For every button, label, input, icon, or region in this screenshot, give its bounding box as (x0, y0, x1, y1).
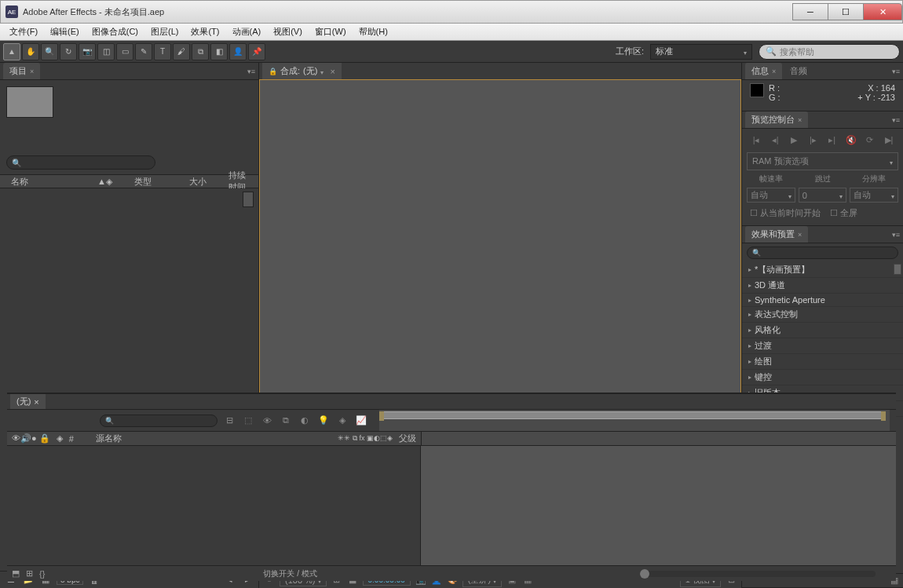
effects-item[interactable]: ▸*【动画预置】 (742, 262, 903, 278)
eraser-tool[interactable]: ◧ (210, 43, 228, 60)
effects-item[interactable]: ▸Synthetic Aperture (742, 294, 903, 307)
pen-tool[interactable]: ✎ (135, 43, 152, 60)
menu-animation[interactable]: 动画(A) (226, 24, 268, 40)
col-type[interactable]: 类型 (123, 176, 178, 188)
close-icon[interactable]: × (34, 397, 38, 407)
index-col[interactable]: # (69, 434, 74, 444)
switches-icons[interactable]: ✳✳ ⧉ fx ▣◐⬚◈ (338, 434, 393, 443)
minimize-button[interactable]: ─ (792, 3, 828, 20)
auto-keyframe-icon[interactable]: ◈ (335, 414, 349, 428)
brush-tool[interactable]: 🖌 (173, 43, 190, 60)
camera-tool[interactable]: 📷 (79, 43, 96, 60)
hide-shy-icon[interactable]: 👁 (260, 414, 274, 428)
timeline-brackets-icon[interactable]: {} (39, 569, 45, 579)
timeline-tab[interactable]: (无)× (10, 394, 46, 409)
zoom-handle[interactable] (640, 569, 649, 579)
skip-dropdown[interactable]: 0 (799, 188, 847, 203)
col-size[interactable]: 大小 (178, 176, 218, 188)
loop-button[interactable]: ⟳ (863, 133, 877, 146)
workspace-dropdown[interactable]: 标准 (650, 44, 752, 60)
close-icon[interactable]: × (330, 67, 335, 76)
close-icon[interactable]: × (798, 231, 802, 239)
chevron-down-icon[interactable] (320, 67, 324, 76)
comp-mini-flowchart-icon[interactable]: ⊟ (222, 414, 236, 428)
project-search[interactable]: 🔍 (6, 155, 155, 170)
effects-item[interactable]: ▸过渡 (742, 338, 903, 354)
effects-item[interactable]: ▸风格化 (742, 323, 903, 338)
ram-preview-button[interactable]: ▶| (882, 133, 896, 146)
rotate-tool[interactable]: ↻ (60, 43, 77, 60)
panel-menu-icon[interactable]: ▾≡ (892, 116, 900, 124)
effects-item[interactable]: ▸键控 (742, 370, 903, 385)
fps-dropdown[interactable]: 自动 (747, 188, 795, 203)
panel-menu-icon[interactable]: ▾≡ (892, 68, 900, 75)
timeline-layer-area[interactable] (7, 446, 421, 565)
mute-button[interactable]: 🔇 (844, 133, 858, 146)
label-icon[interactable]: ▲◈ (86, 177, 123, 187)
clone-tool[interactable]: ⧉ (192, 43, 209, 60)
info-tab[interactable]: 信息× (745, 63, 782, 79)
puppet-tool[interactable]: 📌 (248, 43, 265, 60)
menu-file[interactable]: 文件(F) (3, 24, 44, 40)
menu-window[interactable]: 窗口(W) (309, 24, 353, 40)
ram-preview-options[interactable]: RAM 预演选项 (747, 152, 898, 170)
comp-tab[interactable]: 🔒 合成: (无) × (262, 63, 342, 79)
close-icon[interactable]: × (30, 68, 34, 75)
hand-tool[interactable]: ✋ (22, 43, 39, 60)
draft-3d-icon[interactable]: ⬚ (241, 414, 255, 428)
timeline-toggle2-icon[interactable]: ⊞ (26, 568, 33, 579)
label-col-icon[interactable]: ◈ (57, 433, 63, 444)
from-current-checkbox[interactable]: 从当前时间开始 (750, 207, 821, 219)
flowchart-icon[interactable] (243, 192, 254, 207)
timeline-ruler[interactable] (379, 410, 890, 432)
play-button[interactable]: ▶ (787, 133, 801, 146)
frame-blend-icon[interactable]: ⧉ (279, 414, 293, 428)
next-frame-button[interactable]: |▸ (806, 133, 820, 146)
panel-menu-icon[interactable]: ▾≡ (247, 68, 255, 75)
selection-tool[interactable]: ▲ (3, 43, 20, 60)
effects-tab[interactable]: 效果和预置× (745, 226, 808, 243)
menu-help[interactable]: 帮助(H) (353, 24, 394, 40)
last-frame-button[interactable]: ▸| (825, 133, 839, 146)
scrollbar-thumb[interactable] (894, 264, 901, 275)
pan-behind-tool[interactable]: ◫ (97, 43, 115, 60)
menu-view[interactable]: 视图(V) (267, 24, 309, 40)
toggle-switches-button[interactable]: 切换开关 / 模式 (263, 568, 316, 579)
text-tool[interactable]: T (154, 43, 171, 60)
effects-search[interactable]: 🔍 (747, 247, 898, 259)
graph-editor-icon[interactable]: 📈 (354, 414, 368, 428)
brainstorm-icon[interactable]: 💡 (316, 414, 331, 428)
effects-item[interactable]: ▸表达式控制 (742, 307, 903, 323)
rect-tool[interactable]: ▭ (116, 43, 133, 60)
fullscreen-checkbox[interactable]: 全屏 (830, 207, 857, 219)
effects-item[interactable]: ▸绘图 (742, 354, 903, 370)
close-icon[interactable]: × (772, 68, 776, 75)
audio-tab[interactable]: 音频 (784, 63, 813, 79)
work-area-bar[interactable] (379, 411, 886, 419)
project-tab[interactable]: 项目 × (3, 63, 40, 79)
timeline-track-area[interactable] (421, 446, 896, 565)
preview-tab[interactable]: 预览控制台× (745, 111, 808, 128)
close-icon[interactable]: × (798, 116, 802, 124)
first-frame-button[interactable]: |◂ (749, 133, 763, 146)
panel-menu-icon[interactable]: ▾≡ (892, 231, 900, 239)
maximize-button[interactable]: ☐ (828, 3, 864, 20)
menu-effect[interactable]: 效果(T) (185, 24, 225, 40)
source-name-col[interactable]: 源名称 (96, 433, 122, 444)
help-search[interactable]: 🔍 (759, 44, 900, 60)
close-button[interactable]: ✕ (863, 3, 902, 20)
help-search-input[interactable] (780, 47, 893, 57)
col-name[interactable]: 名称 (0, 176, 86, 188)
menu-edit[interactable]: 编辑(E) (44, 24, 86, 40)
effects-item[interactable]: ▸3D 通道 (742, 278, 903, 294)
parent-col[interactable]: 父级 (399, 433, 416, 444)
menu-layer[interactable]: 图层(L) (144, 24, 185, 40)
timeline-search[interactable]: 🔍 (100, 415, 218, 427)
motion-blur-icon[interactable]: ◐ (298, 414, 312, 428)
av-features-icons[interactable]: 👁🔊● 🔒 (12, 433, 50, 444)
res-dropdown[interactable]: 自动 (850, 188, 898, 203)
menu-composition[interactable]: 图像合成(C) (86, 24, 144, 40)
timeline-toggle-icon[interactable]: ⬒ (12, 568, 20, 579)
timeline-zoom-slider[interactable] (640, 571, 876, 577)
roto-tool[interactable]: 👤 (229, 43, 247, 60)
